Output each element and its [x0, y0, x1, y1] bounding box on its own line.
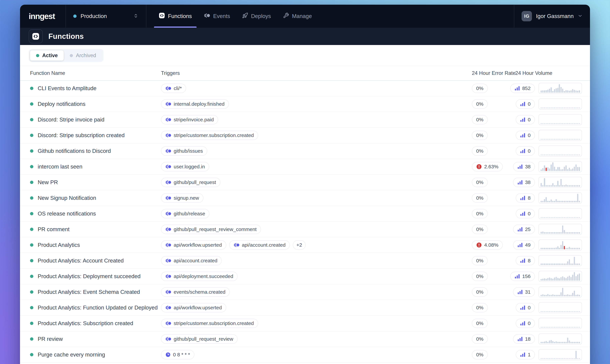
spark-bar [552, 327, 554, 328]
spark-bar [556, 217, 557, 218]
function-status-dot [30, 259, 33, 262]
spark-bar [570, 139, 572, 140]
volume-badge: 1 [516, 350, 535, 359]
spark-bar [566, 201, 567, 202]
filter-archived-button[interactable]: Archived [64, 50, 102, 61]
spark-bar [547, 123, 548, 124]
spark-bar [577, 248, 578, 249]
spark-bar [564, 185, 565, 187]
spark-bar [560, 358, 562, 359]
function-row[interactable]: Github notifications to Discord github/i… [20, 143, 590, 159]
spark-bar [560, 139, 562, 140]
environment-switcher[interactable]: Production [66, 5, 146, 28]
tab-manage[interactable]: Manage [278, 5, 317, 28]
spark-bar [570, 311, 572, 312]
spark-bar [567, 232, 568, 234]
trigger-list: github/issues [161, 146, 472, 156]
spark-bar [559, 248, 560, 249]
spark-bar [566, 123, 567, 124]
function-row[interactable]: CLI Events to Amplitude cli/* 0% 852 [20, 81, 590, 96]
trigger-list: 0 8 * * * [161, 350, 472, 359]
spark-bar [579, 217, 580, 218]
function-name: OS release notifications [38, 210, 96, 217]
spark-bar [577, 358, 578, 359]
function-row[interactable]: Reset password email and reminder passwo… [20, 363, 590, 364]
spark-bar [564, 155, 565, 155]
function-row[interactable]: Product Analytics api/workflow.upserteda… [20, 237, 590, 253]
spark-bar [562, 139, 563, 140]
spark-bar [562, 327, 563, 328]
environment-status-dot [73, 14, 77, 18]
spark-bar [559, 155, 560, 155]
function-row[interactable]: Product Analytics: Subscription created … [20, 316, 590, 331]
function-name: Product Analytics: Function Updated or D… [38, 304, 158, 311]
spark-bar [560, 123, 562, 124]
spark-bar [557, 327, 558, 328]
spark-bar [544, 278, 545, 281]
function-row[interactable]: Deploy notifications internal.deploy.fin… [20, 96, 590, 112]
spark-bar [577, 185, 578, 187]
event-wave-icon [165, 164, 171, 169]
spark-bar [556, 139, 557, 140]
spark-bar [567, 107, 568, 108]
function-row[interactable]: intercom last seen user.logged.in 2.63% … [20, 159, 590, 175]
spark-bar [544, 311, 545, 312]
event-trigger-badge: github/pull_request_review [161, 334, 238, 344]
function-row[interactable]: New PR github/pull_request 0% 38 [20, 175, 590, 190]
function-row[interactable]: Product Analytics: Function Updated or D… [20, 300, 590, 316]
spark-bar [552, 311, 554, 312]
function-status-dot [30, 322, 33, 325]
spark-bar [559, 84, 560, 93]
spark-bar [566, 184, 567, 187]
spark-bar [566, 217, 567, 218]
spark-bar [559, 167, 560, 171]
spark-bar [552, 232, 554, 234]
function-row[interactable]: New Signup Notification signup.new 0% 8 [20, 190, 590, 206]
logo: inngest [29, 5, 66, 28]
function-row[interactable]: Product Analytics: Event Schema Created … [20, 284, 590, 300]
function-row[interactable]: Product Analytics: Deployment succeeded … [20, 269, 590, 284]
spark-bar [541, 295, 542, 296]
function-row[interactable]: Purge cache every morning 0 8 * * * 0% 1 [20, 347, 590, 363]
spark-bar [542, 327, 543, 328]
spark-bar [551, 199, 552, 202]
spark-bar [556, 155, 557, 155]
spark-bar [541, 155, 542, 155]
spark-bar [549, 263, 550, 265]
tab-deploys[interactable]: Deploys [237, 5, 276, 28]
spark-bar [554, 311, 555, 312]
volume-badge: 31 [513, 287, 535, 297]
spark-bar [564, 327, 565, 328]
spark-bar [569, 107, 570, 108]
spark-bar [554, 107, 555, 108]
spark-bar [554, 342, 555, 343]
function-row[interactable]: Discord: Stripe invoice paid stripe/invo… [20, 112, 590, 128]
spark-bar [575, 185, 577, 187]
spark-bar [577, 139, 578, 140]
function-status-dot [30, 306, 33, 309]
function-row[interactable]: Discord: Stripe subscription created str… [20, 128, 590, 143]
spark-bar [572, 358, 573, 359]
function-row[interactable]: OS release notifications github/release … [20, 206, 590, 222]
bar-chart-icon [520, 258, 525, 263]
spark-bar [575, 342, 577, 343]
spark-bar [572, 139, 573, 140]
function-row[interactable]: Product Analytics: Account Created api/a… [20, 253, 590, 269]
tab-functions[interactable]: Functions [154, 5, 197, 28]
spark-bar [566, 327, 567, 328]
spark-bar [552, 217, 554, 218]
filter-active-button[interactable]: Active [30, 50, 64, 61]
trigger-list: user.logged.in [161, 162, 472, 171]
spark-bar [566, 263, 567, 265]
spark-bar [541, 123, 542, 124]
spark-bar [556, 107, 557, 108]
user-menu[interactable]: IG Igor Gassmann [514, 11, 583, 21]
spark-bar [552, 279, 554, 281]
spark-bar [569, 217, 570, 218]
spark-bar [544, 295, 545, 296]
tab-events[interactable]: Events [199, 5, 235, 28]
function-row[interactable]: PR review github/pull_request_review 0% … [20, 331, 590, 347]
volume-badge: 0 [516, 99, 535, 109]
spark-bar [560, 327, 562, 328]
function-row[interactable]: PR comment github/pull_request_review_co… [20, 222, 590, 237]
